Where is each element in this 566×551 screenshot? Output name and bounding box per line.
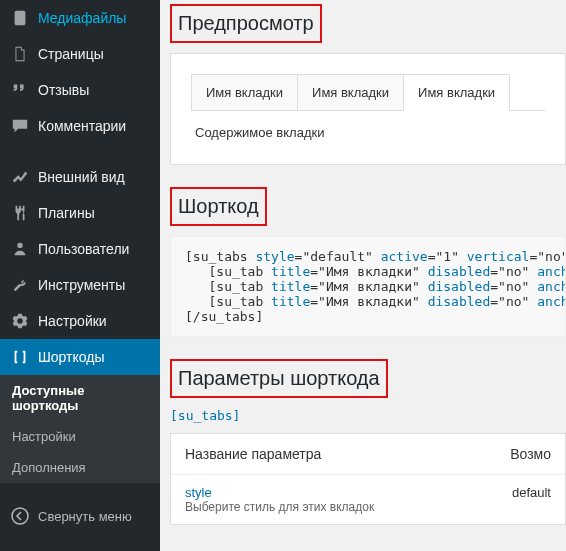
tools-icon (10, 275, 30, 295)
col-name: Название параметра (171, 434, 496, 474)
comments-icon (10, 116, 30, 136)
main-content: Предпросмотр Имя вкладки Имя вкладки Имя… (160, 0, 566, 551)
sidebar-item-media[interactable]: Медиафайлы (0, 0, 160, 36)
section-shortcode-title: Шорткод (170, 187, 267, 226)
sidebar-label: Отзывы (38, 82, 89, 98)
svg-point-0 (12, 508, 28, 524)
preview-tabs: Имя вкладки Имя вкладки Имя вкладки (191, 74, 545, 111)
param-value: default (498, 475, 565, 524)
settings-icon (10, 311, 30, 331)
section-params-title: Параметры шорткода (170, 359, 388, 398)
preview-tab-3[interactable]: Имя вкладки (403, 74, 510, 111)
shortcode-code: [su_tabs style="default" active="1" vert… (170, 236, 566, 337)
table-header: Название параметра Возмо (171, 434, 565, 475)
sidebar-label: Внешний вид (38, 169, 125, 185)
separator (0, 488, 160, 493)
param-description: Выберите стиль для этих вкладок (185, 500, 484, 514)
submenu: Доступные шорткоды Настройки Дополнения (0, 375, 160, 483)
plugins-icon (10, 203, 30, 223)
sidebar-item-shortcodes[interactable]: Шорткоды (0, 339, 160, 375)
sidebar-item-pages[interactable]: Страницы (0, 36, 160, 72)
sidebar-label: Комментарии (38, 118, 126, 134)
shortcodes-icon (10, 347, 30, 367)
media-icon (10, 8, 30, 28)
users-icon (10, 239, 30, 259)
sidebar-label: Настройки (38, 313, 107, 329)
admin-sidebar: Медиафайлы Страницы Отзывы Комментарии В… (0, 0, 160, 551)
preview-tab-2[interactable]: Имя вкладки (297, 74, 404, 110)
submenu-settings[interactable]: Настройки (0, 421, 160, 452)
sidebar-label: Плагины (38, 205, 95, 221)
submenu-addons[interactable]: Дополнения (0, 452, 160, 483)
separator (0, 149, 160, 154)
sidebar-label: Пользователи (38, 241, 129, 257)
sidebar-item-users[interactable]: Пользователи (0, 231, 160, 267)
pages-icon (10, 44, 30, 64)
params-table: Название параметра Возмо style Выберите … (170, 433, 566, 525)
sidebar-item-appearance[interactable]: Внешний вид (0, 159, 160, 195)
submenu-available[interactable]: Доступные шорткоды (0, 375, 160, 421)
preview-panel: Имя вкладки Имя вкладки Имя вкладки Соде… (170, 53, 566, 165)
collapse-menu[interactable]: Свернуть меню (0, 498, 160, 534)
sidebar-label: Медиафайлы (38, 10, 126, 26)
sidebar-item-plugins[interactable]: Плагины (0, 195, 160, 231)
sidebar-label: Страницы (38, 46, 104, 62)
preview-tab-1[interactable]: Имя вкладки (191, 74, 298, 110)
table-row: style Выберите стиль для этих вкладок de… (171, 475, 565, 524)
sidebar-item-tools[interactable]: Инструменты (0, 267, 160, 303)
collapse-icon (10, 506, 30, 526)
sidebar-item-comments[interactable]: Комментарии (0, 108, 160, 144)
appearance-icon (10, 167, 30, 187)
collapse-label: Свернуть меню (38, 509, 132, 524)
preview-tab-content: Содержимое вкладки (191, 111, 545, 144)
testimonial-icon (10, 80, 30, 100)
sidebar-item-settings[interactable]: Настройки (0, 303, 160, 339)
sidebar-item-reviews[interactable]: Отзывы (0, 72, 160, 108)
sidebar-label: Инструменты (38, 277, 125, 293)
section-preview-title: Предпросмотр (170, 4, 322, 43)
shortcode-tag: [su_tabs] (170, 408, 566, 423)
param-name[interactable]: style (185, 485, 364, 500)
sidebar-label: Шорткоды (38, 349, 105, 365)
col-values: Возмо (496, 434, 565, 474)
